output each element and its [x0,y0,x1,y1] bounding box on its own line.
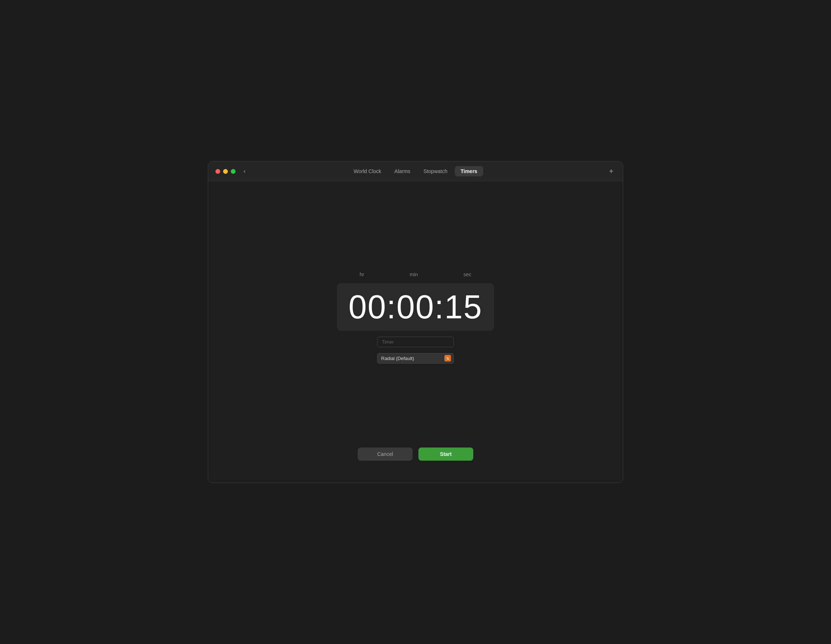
back-button[interactable]: ‹ [241,167,248,175]
add-button[interactable]: + [607,166,616,176]
minute-label: min [410,271,418,277]
tab-world-clock[interactable]: World Clock [348,166,387,176]
clock-window: ‹ World Clock Alarms Stopwatch Timers + … [208,161,623,483]
second-label: sec [463,271,471,277]
tab-timers[interactable]: Timers [455,166,483,176]
traffic-lights [215,169,236,174]
timer-name-input[interactable] [377,336,454,347]
minimize-button[interactable] [223,169,228,174]
timer-digits: 00:00:15 [349,290,482,324]
titlebar: ‹ World Clock Alarms Stopwatch Timers + [208,161,623,182]
tab-stopwatch[interactable]: Stopwatch [418,166,453,176]
hour-label: hr [360,271,364,277]
theme-select[interactable]: Radial (Default) Analog Digital [377,353,454,364]
maximize-button[interactable] [231,169,236,174]
main-content: hr min sec 00:00:15 Radial (Default) Ana… [208,182,623,483]
cancel-button[interactable]: Cancel [358,448,412,461]
timer-display[interactable]: 00:00:15 [337,283,494,331]
action-buttons: Cancel Start [358,448,473,461]
tab-alarms[interactable]: Alarms [388,166,416,176]
time-labels: hr min sec [337,271,494,277]
timer-section: hr min sec 00:00:15 Radial (Default) Ana… [337,271,494,364]
close-button[interactable] [215,169,220,174]
theme-select-wrapper: Radial (Default) Analog Digital ⇅ [377,353,454,364]
start-button[interactable]: Start [419,448,473,461]
nav-tabs: World Clock Alarms Stopwatch Timers [348,166,483,176]
